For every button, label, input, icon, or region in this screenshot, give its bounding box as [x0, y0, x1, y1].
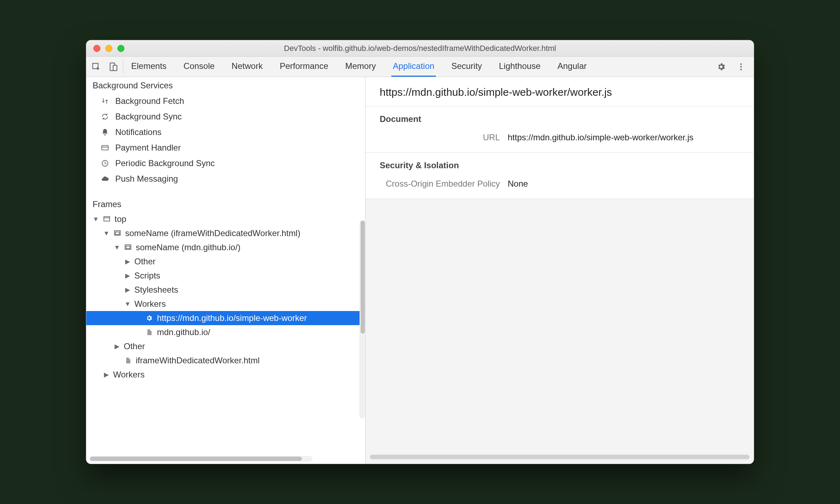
- document-icon: [124, 356, 132, 365]
- sidebar-item-label: Periodic Background Sync: [115, 158, 215, 168]
- tree-item-label: Other: [134, 257, 156, 266]
- tree-item-scripts[interactable]: ▶ Scripts: [86, 269, 365, 283]
- chevron-right-icon: ▶: [124, 272, 131, 280]
- document-url-row: URL https://mdn.github.io/simple-web-wor…: [380, 131, 740, 144]
- background-services-heading: Background Services: [86, 77, 365, 93]
- security-panel-title: Security & Isolation: [380, 160, 740, 170]
- cloud-icon: [100, 174, 110, 183]
- tree-item-label: Stylesheets: [134, 285, 178, 295]
- more-menu-icon[interactable]: [736, 62, 746, 72]
- chevron-right-icon: ▶: [124, 286, 131, 294]
- inspect-element-icon[interactable]: [91, 62, 101, 72]
- sidebar-item-label: Background Sync: [115, 112, 182, 122]
- close-window-button[interactable]: [93, 45, 100, 52]
- url-label: URL: [380, 133, 500, 142]
- svg-rect-12: [126, 246, 130, 248]
- tree-item-workers[interactable]: ▼ Workers: [86, 297, 365, 311]
- sync-icon: [100, 112, 110, 121]
- chevron-down-icon: ▼: [103, 230, 110, 237]
- tree-item-iframe-file[interactable]: iframeWithDedicatedWorker.html: [86, 353, 365, 368]
- tree-item-label: https://mdn.github.io/simple-web-worker: [157, 313, 307, 323]
- devtools-window: DevTools - wolfib.github.io/web-demos/ne…: [86, 40, 754, 464]
- window-icon: [103, 215, 111, 223]
- sidebar-item-periodic-sync[interactable]: Periodic Background Sync: [86, 156, 365, 171]
- sidebar-item-notifications[interactable]: Notifications: [86, 124, 365, 140]
- bell-icon: [100, 128, 110, 137]
- chevron-down-icon: ▼: [124, 300, 131, 308]
- svg-rect-8: [104, 217, 110, 221]
- sidebar-item-push-messaging[interactable]: Push Messaging: [86, 171, 365, 187]
- empty-area: [366, 199, 754, 464]
- tree-item-iframe1[interactable]: ▼ someName (iframeWithDedicatedWorker.ht…: [86, 226, 365, 240]
- main-heading: https://mdn.github.io/simple-web-worker/…: [366, 77, 754, 106]
- main-horizontal-scrollbar[interactable]: [370, 454, 749, 460]
- svg-rect-10: [116, 232, 119, 234]
- tree-item-other[interactable]: ▶ Other: [86, 254, 365, 269]
- devtools-tabbar: Elements Console Network Performance Mem…: [86, 57, 754, 77]
- tree-item-stylesheets[interactable]: ▶ Stylesheets: [86, 283, 365, 297]
- tree-item-label: Other: [124, 341, 145, 351]
- tree-item-label: someName (mdn.github.io/): [136, 242, 240, 252]
- document-panel: Document URL https://mdn.github.io/simpl…: [366, 106, 754, 153]
- background-services-list: Background Fetch Background Sync Notific…: [86, 93, 365, 187]
- tab-angular[interactable]: Angular: [556, 57, 588, 77]
- frame-icon: [113, 229, 122, 238]
- svg-point-3: [740, 63, 742, 65]
- chevron-right-icon: ▶: [114, 342, 120, 350]
- coep-value: None: [508, 179, 528, 189]
- tab-console[interactable]: Console: [182, 57, 216, 77]
- tab-performance[interactable]: Performance: [278, 57, 329, 77]
- gear-icon: [145, 314, 153, 322]
- document-panel-title: Document: [380, 114, 740, 124]
- window-controls: [93, 45, 124, 52]
- minimize-window-button[interactable]: [105, 45, 112, 52]
- svg-point-4: [740, 66, 742, 67]
- tree-item-label: top: [115, 214, 126, 224]
- window-title: DevTools - wolfib.github.io/web-demos/ne…: [86, 44, 754, 53]
- sidebar-item-payment-handler[interactable]: Payment Handler: [86, 140, 365, 156]
- tab-memory[interactable]: Memory: [344, 57, 378, 77]
- tree-item-mdn-root[interactable]: mdn.github.io/: [86, 325, 365, 339]
- document-icon: [145, 328, 153, 336]
- coep-label: Cross-Origin Embedder Policy: [380, 179, 500, 189]
- tree-item-workers2[interactable]: ▶ Workers: [86, 368, 365, 382]
- frames-tree: ▼ top ▼ someName (iframeWithDedicatedWor…: [86, 212, 365, 382]
- chevron-down-icon: ▼: [93, 216, 99, 223]
- tab-elements[interactable]: Elements: [130, 57, 168, 77]
- sidebar-item-label: Notifications: [115, 127, 162, 137]
- tab-lighthouse[interactable]: Lighthouse: [497, 57, 542, 77]
- tree-item-label: iframeWithDedicatedWorker.html: [136, 356, 259, 365]
- frames-heading: Frames: [86, 196, 365, 212]
- card-icon: [100, 143, 110, 152]
- tab-application[interactable]: Application: [391, 57, 436, 77]
- panel-body: Background Services Background Fetch Bac…: [86, 77, 754, 464]
- coep-row: Cross-Origin Embedder Policy None: [380, 177, 740, 190]
- swap-icon: [100, 96, 110, 106]
- device-toolbar-icon[interactable]: [108, 62, 118, 72]
- tree-item-worker-url[interactable]: https://mdn.github.io/simple-web-worker: [86, 311, 365, 325]
- settings-gear-icon[interactable]: [716, 62, 726, 72]
- tree-item-label: Scripts: [134, 271, 160, 281]
- tree-item-other2[interactable]: ▶ Other: [86, 339, 365, 353]
- svg-point-5: [740, 69, 742, 70]
- frame-icon: [124, 243, 132, 252]
- zoom-window-button[interactable]: [117, 45, 124, 52]
- sidebar-vertical-scrollbar[interactable]: [360, 221, 365, 418]
- tree-item-iframe2[interactable]: ▼ someName (mdn.github.io/): [86, 240, 365, 254]
- sidebar-horizontal-scrollbar[interactable]: [90, 456, 313, 462]
- tree-item-top[interactable]: ▼ top: [86, 212, 365, 226]
- url-value: https://mdn.github.io/simple-web-worker/…: [508, 133, 694, 142]
- security-panel: Security & Isolation Cross-Origin Embedd…: [366, 153, 754, 199]
- tab-list: Elements Console Network Performance Mem…: [130, 57, 588, 77]
- svg-rect-6: [102, 146, 108, 150]
- tab-network[interactable]: Network: [230, 57, 264, 77]
- tree-item-label: someName (iframeWithDedicatedWorker.html…: [125, 228, 301, 238]
- tab-security[interactable]: Security: [450, 57, 484, 77]
- sidebar-item-background-fetch[interactable]: Background Fetch: [86, 93, 365, 109]
- svg-rect-2: [113, 65, 117, 70]
- sidebar-item-background-sync[interactable]: Background Sync: [86, 109, 365, 124]
- titlebar: DevTools - wolfib.github.io/web-demos/ne…: [86, 40, 754, 57]
- sidebar-item-label: Payment Handler: [115, 143, 181, 153]
- tree-item-label: Workers: [113, 370, 145, 380]
- tree-item-label: Workers: [134, 299, 166, 309]
